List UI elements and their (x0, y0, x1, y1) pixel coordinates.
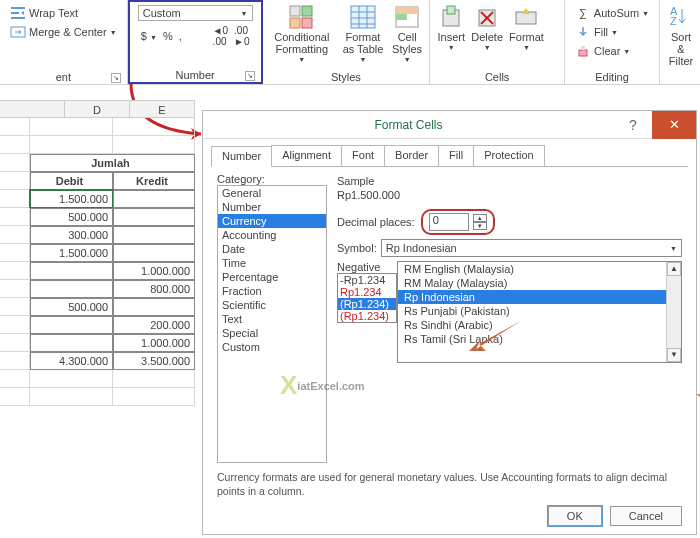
table-cell[interactable]: 1.000.000 (113, 334, 195, 352)
scroll-up-button[interactable]: ▲ (667, 262, 681, 276)
table-cell[interactable]: 200.000 (113, 316, 195, 334)
category-item[interactable]: Special (218, 326, 326, 340)
table-cell[interactable] (113, 226, 195, 244)
neg-item[interactable]: (Rp1.234) (338, 310, 396, 322)
increase-decimal-button[interactable]: ◄0.00 (213, 25, 228, 47)
merge-icon (10, 24, 26, 40)
category-item[interactable]: Time (218, 256, 326, 270)
format-icon (512, 4, 540, 30)
format-as-table-button[interactable]: Format as Table▼ (337, 2, 389, 70)
alignment-launcher[interactable]: ↘ (111, 73, 121, 83)
table-cell[interactable] (113, 190, 195, 208)
table-cell[interactable]: 1.500.000 (30, 244, 113, 262)
table-cell[interactable]: 500.000 (30, 298, 113, 316)
fmt-tbl-label: Format as Table (340, 31, 386, 55)
tab-border[interactable]: Border (384, 145, 439, 166)
category-item[interactable]: Date (218, 242, 326, 256)
clear-button[interactable]: Clear▼ (572, 42, 652, 60)
sort-filter-button[interactable]: AZSort & Filter (664, 2, 698, 84)
alignment-group-label: ent (56, 71, 71, 83)
insert-icon (437, 4, 465, 30)
neg-item[interactable]: Rp1.234 (338, 286, 396, 298)
tab-protection[interactable]: Protection (473, 145, 545, 166)
table-cell[interactable] (30, 262, 113, 280)
tab-number[interactable]: Number (211, 146, 272, 167)
merged-header[interactable]: Jumlah (30, 154, 195, 172)
table-cell[interactable] (30, 280, 113, 298)
neg-item[interactable]: (Rp1.234) (338, 298, 396, 310)
table-cell[interactable]: 800.000 (113, 280, 195, 298)
symbol-label: Symbol: (337, 242, 377, 254)
delete-label: Delete (471, 31, 503, 43)
format-cells-dialog: Format Cells ? ✕ NumberAlignmentFontBord… (202, 110, 697, 535)
debit-header[interactable]: Debit (30, 172, 113, 190)
insert-button[interactable]: Insert▼ (434, 2, 468, 70)
negative-list[interactable]: -Rp1.234 Rp1.234 (Rp1.234) (Rp1.234) (337, 273, 397, 323)
symbol-select[interactable]: Rp Indonesian▼ (381, 239, 682, 257)
svg-rect-15 (396, 7, 418, 14)
clear-label: Clear (594, 45, 620, 57)
currency-button[interactable]: $ ▼ (141, 30, 157, 42)
dialog-help-button[interactable]: ? (614, 117, 652, 133)
table-cell[interactable]: 500.000 (30, 208, 113, 226)
wrap-text-button[interactable]: Wrap Text (7, 4, 120, 22)
category-list[interactable]: GeneralNumberCurrencyAccountingDateTimeP… (217, 185, 327, 463)
fill-button[interactable]: Fill▼ (572, 23, 652, 41)
delete-button[interactable]: Delete▼ (468, 2, 506, 70)
col-header-d[interactable]: D (65, 101, 130, 117)
kredit-header[interactable]: Kredit (113, 172, 195, 190)
category-item[interactable]: General (218, 186, 326, 200)
table-cell[interactable]: 1.500.000 (30, 190, 113, 208)
number-format-select[interactable]: Custom▼ (138, 5, 253, 21)
scroll-down-button[interactable]: ▼ (667, 348, 681, 362)
merge-center-button[interactable]: Merge & Center▼ (7, 23, 120, 41)
currency-item[interactable]: Rp Indonesian (398, 290, 681, 304)
category-item[interactable]: Currency (218, 214, 326, 228)
comma-button[interactable]: , (179, 30, 182, 42)
currency-item[interactable]: Rs Punjabi (Pakistan) (398, 304, 681, 318)
negative-label: Negative (337, 261, 380, 273)
cell-styles-button[interactable]: Cell Styles▼ (389, 2, 425, 70)
category-item[interactable]: Text (218, 312, 326, 326)
category-item[interactable]: Percentage (218, 270, 326, 284)
decimal-spin-up[interactable]: ▲ (473, 214, 487, 222)
ok-button[interactable]: OK (548, 506, 602, 526)
table-cell[interactable] (30, 316, 113, 334)
currency-item[interactable]: Rs Tamil (Sri Lanka) (398, 332, 681, 346)
category-item[interactable]: Number (218, 200, 326, 214)
format-button[interactable]: Format▼ (506, 2, 547, 70)
table-cell[interactable] (113, 208, 195, 226)
percent-button[interactable]: % (163, 30, 173, 42)
table-cell[interactable] (113, 298, 195, 316)
decimal-spin-down[interactable]: ▼ (473, 222, 487, 230)
category-item[interactable]: Accounting (218, 228, 326, 242)
table-cell[interactable] (30, 334, 113, 352)
styles-group-label: Styles (331, 71, 361, 83)
category-item[interactable]: Fraction (218, 284, 326, 298)
category-item[interactable]: Scientific (218, 298, 326, 312)
tab-fill[interactable]: Fill (438, 145, 474, 166)
table-cell[interactable]: 3.500.000 (113, 352, 195, 370)
decrease-decimal-button[interactable]: .00►0 (234, 25, 249, 47)
currency-dropdown[interactable]: RM English (Malaysia)RM Malay (Malaysia)… (397, 261, 682, 363)
table-cell[interactable]: 4.300.000 (30, 352, 113, 370)
number-launcher[interactable]: ↘ (245, 71, 255, 81)
currency-item[interactable]: RM Malay (Malaysia) (398, 276, 681, 290)
neg-item[interactable]: -Rp1.234 (338, 274, 396, 286)
tab-alignment[interactable]: Alignment (271, 145, 342, 166)
autosum-button[interactable]: ∑AutoSum▼ (572, 4, 652, 22)
category-item[interactable]: Custom (218, 340, 326, 354)
currency-item[interactable]: Rs Sindhi (Arabic) (398, 318, 681, 332)
conditional-formatting-button[interactable]: Conditional Formatting▼ (267, 2, 338, 70)
table-cell[interactable]: 1.000.000 (113, 262, 195, 280)
table-cell[interactable]: 300.000 (30, 226, 113, 244)
cancel-button[interactable]: Cancel (610, 506, 682, 526)
decimal-places-input[interactable]: 0 (429, 213, 469, 231)
dialog-close-button[interactable]: ✕ (652, 111, 696, 139)
col-header-e[interactable]: E (130, 101, 195, 117)
table-cell[interactable] (113, 244, 195, 262)
tab-font[interactable]: Font (341, 145, 385, 166)
svg-text:Z: Z (670, 15, 677, 27)
svg-rect-23 (579, 50, 587, 56)
currency-item[interactable]: RM English (Malaysia) (398, 262, 681, 276)
